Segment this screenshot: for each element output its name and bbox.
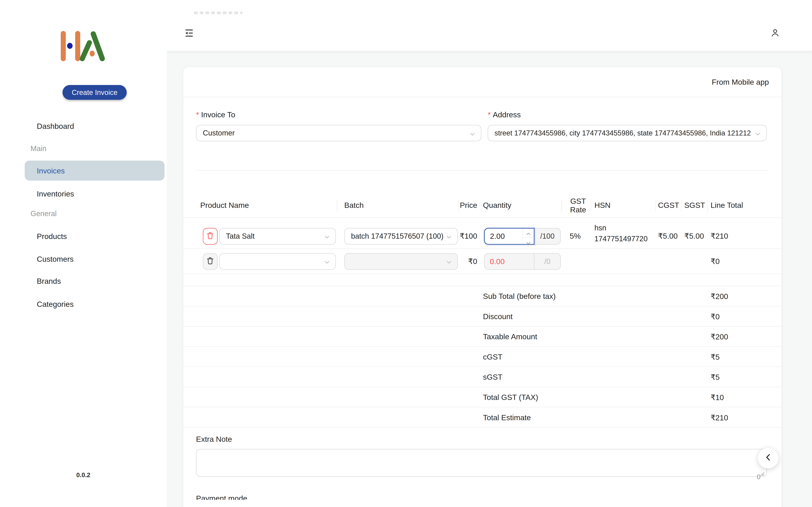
address-value: street 1747743455986, city 1747743455986… (495, 129, 751, 137)
invoice-to-select[interactable]: Customer (196, 125, 481, 141)
col-price: Price (436, 201, 477, 210)
cgst-row1: ₹5.00 (658, 232, 678, 240)
col-batch: Batch (344, 201, 364, 210)
main-area: From Mobile app *Invoice To *Address Cus… (167, 0, 812, 507)
logo-a-leg-left (79, 39, 93, 62)
price-row2: ₹0 (430, 257, 477, 266)
delete-row-button-disabled[interactable] (203, 253, 218, 270)
user-icon (771, 31, 779, 38)
section-divider (196, 170, 769, 171)
column-separator (655, 200, 656, 212)
sidebar-item-customers[interactable]: Customers (37, 255, 74, 264)
quantity-control-row2: /0 (484, 253, 561, 270)
clipped-scrolled-text (194, 11, 242, 14)
col-product-name: Product Name (200, 201, 249, 210)
line-total-row2: ₹0 (711, 257, 720, 266)
required-asterisk: * (488, 110, 491, 119)
stepper-up-button[interactable] (523, 229, 534, 238)
col-sgst: SGST (684, 201, 705, 210)
chevron-down-icon (324, 234, 330, 242)
summary-value: ₹210 (711, 413, 728, 422)
summary-row: Total GST (TAX) ₹10 (183, 387, 781, 407)
sidebar-group-main: Main (31, 145, 46, 153)
summary-label: Discount (483, 312, 513, 321)
user-menu-button[interactable] (771, 29, 779, 37)
chevron-down-icon (755, 131, 761, 139)
sidebar: Create Invoice Dashboard Main Invoices I… (0, 0, 167, 507)
summary-label: Total GST (TAX) (483, 393, 538, 402)
chevron-down-icon (324, 259, 330, 267)
sidebar-item-invoices[interactable]: Invoices (37, 166, 65, 175)
hsn-row1: hsn 1747751497720 (594, 223, 650, 244)
summary-row: Sub Total (before tax) ₹200 (183, 286, 781, 306)
card-header: From Mobile app (183, 67, 781, 97)
col-line-total: Line Total (711, 201, 743, 210)
menu-fold-icon (184, 31, 194, 39)
product-select-row2[interactable] (219, 253, 336, 270)
sidebar-item-products[interactable]: Products (37, 232, 67, 241)
invoice-create-page: Create Invoice Dashboard Main Invoices I… (0, 0, 812, 507)
address-select[interactable]: street 1747743455986, city 1747743455986… (488, 125, 767, 141)
column-separator (458, 200, 459, 212)
menu-fold-button[interactable] (184, 29, 195, 38)
summary-label: sGST (483, 373, 502, 382)
product-select-row1[interactable]: Tata Salt (219, 228, 336, 245)
summary-label: cGST (483, 352, 502, 361)
column-separator (591, 200, 591, 212)
summary-row: cGST ₹5 (183, 347, 781, 367)
gst-rate-row1: 5% (570, 232, 581, 240)
collapse-panel-fab[interactable] (758, 448, 778, 468)
col-gst-rate: GST Rate (565, 197, 591, 214)
batch-value: batch 1747751576507 (100) (351, 232, 444, 240)
sidebar-item-brands[interactable]: Brands (37, 277, 61, 286)
summary-label: Total Estimate (483, 413, 531, 422)
invoice-to-label: *Invoice To (196, 110, 235, 119)
quantity-max-addon: /100 (535, 228, 561, 245)
trash-icon (207, 257, 213, 266)
create-invoice-button[interactable]: Create Invoice (62, 85, 127, 100)
summary-row: Taxable Amount ₹200 (183, 327, 781, 347)
sgst-row1: ₹5.00 (684, 232, 704, 240)
summary-value: ₹10 (711, 393, 724, 402)
sidebar-item-categories[interactable]: Categories (37, 300, 74, 309)
stepper-down-button[interactable] (523, 238, 534, 246)
line-total-row1: ₹210 (711, 232, 728, 240)
summary-value: ₹5 (711, 352, 720, 361)
delete-row-button[interactable] (203, 228, 218, 245)
column-separator (681, 200, 681, 212)
totals-summary: Sub Total (before tax) ₹200 Discount ₹0 … (183, 286, 781, 428)
column-separator (561, 200, 562, 212)
chevron-left-icon (764, 453, 772, 463)
quantity-input-row2[interactable] (485, 253, 522, 270)
payment-mode-label-clipped: Payment mode (196, 494, 247, 500)
quantity-max-addon: /0 (535, 253, 561, 270)
logo-ha (0, 0, 167, 68)
sidebar-group-general: General (31, 210, 57, 218)
chevron-down-icon (526, 238, 531, 246)
address-label: *Address (488, 110, 521, 119)
sidebar-item-inventories[interactable]: Inventories (37, 189, 74, 199)
col-cgst: CGST (658, 201, 679, 210)
invoice-form-card: From Mobile app *Invoice To *Address Cus… (183, 67, 781, 507)
summary-row: Total Estimate ₹210 (183, 407, 781, 428)
summary-row: Discount ₹0 (183, 306, 781, 327)
app-version: 0.0.2 (0, 471, 167, 478)
quantity-input-box (484, 228, 535, 245)
quantity-input[interactable] (485, 229, 523, 244)
summary-value: ₹5 (711, 373, 720, 382)
extra-note-textarea[interactable] (196, 449, 767, 477)
chevron-down-icon (469, 131, 476, 139)
column-separator (481, 200, 481, 212)
column-separator (707, 200, 708, 212)
logo-orange-dot (90, 51, 95, 56)
summary-label: Sub Total (before tax) (483, 292, 556, 301)
summary-row: sGST ₹5 (183, 367, 781, 387)
quantity-stepper (522, 229, 534, 244)
topbar (167, 0, 812, 51)
summary-label: Taxable Amount (483, 332, 537, 341)
character-counter: 0 (757, 473, 761, 481)
summary-value: ₹200 (711, 332, 728, 341)
logo-h-bar-left (61, 31, 66, 61)
sidebar-item-dashboard[interactable]: Dashboard (37, 122, 74, 131)
summary-value: ₹200 (711, 292, 728, 301)
